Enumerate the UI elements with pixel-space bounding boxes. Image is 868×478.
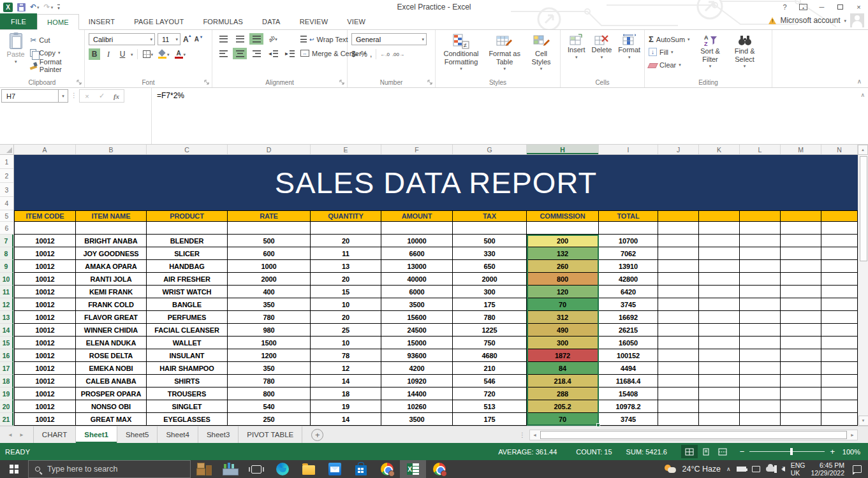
cell-empty-r14[interactable]	[658, 324, 699, 337]
minimize-button[interactable]: ─	[813, 1, 831, 14]
cell-total-r20[interactable]: 10978.2	[599, 400, 658, 413]
file-explorer-button[interactable]	[295, 460, 321, 478]
cell-empty-r6[interactable]	[658, 222, 699, 235]
cell-empty-r6[interactable]	[14, 222, 76, 235]
cell-rate-r16[interactable]: 1200	[228, 349, 311, 362]
column-header-M[interactable]: M	[781, 145, 821, 154]
cell-item_name-r7[interactable]: BRIGHT ANABA	[76, 235, 147, 247]
cell-quantity-r21[interactable]: 14	[311, 413, 381, 426]
cell-commission-r19[interactable]: 288	[527, 387, 599, 400]
row-header-4[interactable]: 4	[0, 197, 13, 210]
cell-commission-r17[interactable]: 84	[527, 362, 599, 375]
cell-quantity-r16[interactable]: 78	[311, 349, 381, 362]
cell-amount-r13[interactable]: 15600	[381, 311, 453, 324]
cell-item_name-r18[interactable]: CALEB ANABA	[76, 375, 147, 387]
cell-amount-r14[interactable]: 24500	[381, 324, 453, 337]
conditional-formatting-button[interactable]: ≠ Conditional Formatting ▾	[439, 33, 483, 76]
number-format-select[interactable]: General▾	[351, 33, 427, 45]
cell-rate-r9[interactable]: 1000	[228, 260, 311, 273]
cell-empty-r10[interactable]	[781, 273, 821, 286]
zoom-percentage[interactable]: 100%	[841, 448, 868, 456]
cell-commission-r7[interactable]: 200	[527, 235, 599, 247]
cell-empty-r14[interactable]	[740, 324, 781, 337]
cell-commission-r21[interactable]: 70	[527, 413, 599, 426]
chrome-button[interactable]	[374, 460, 400, 478]
row-header-19[interactable]: 19	[0, 387, 13, 400]
name-box[interactable]	[1, 89, 59, 103]
cell-empty-r15[interactable]	[699, 337, 740, 349]
cell-empty-r8[interactable]	[699, 247, 740, 260]
cell-rate-r7[interactable]: 500	[228, 235, 311, 247]
cell-empty-r8[interactable]	[781, 247, 821, 260]
cell-rate-r20[interactable]: 540	[228, 400, 311, 413]
cell-quantity-r9[interactable]: 13	[311, 260, 381, 273]
column-header-C[interactable]: C	[147, 145, 228, 154]
cell-commission-r18[interactable]: 218.4	[527, 375, 599, 387]
cell-amount-r16[interactable]: 93600	[381, 349, 453, 362]
zoom-slider-thumb[interactable]	[790, 448, 793, 455]
cell-empty-r18[interactable]	[699, 375, 740, 387]
ribbon-display-options-button[interactable]: ▴	[794, 1, 813, 14]
cell-empty-r6[interactable]	[311, 222, 381, 235]
cell-empty-r19[interactable]	[781, 387, 821, 400]
cell-empty-r10[interactable]	[699, 273, 740, 286]
cell-total-r14[interactable]: 26215	[599, 324, 658, 337]
mail-button[interactable]	[321, 460, 348, 478]
cell-empty-r20[interactable]	[658, 400, 699, 413]
cell-tax-r18[interactable]: 546	[453, 375, 527, 387]
cell-empty-r7[interactable]	[781, 235, 821, 247]
scroll-up-button[interactable]: ▲	[858, 145, 868, 155]
collapse-ribbon-button[interactable]: ∧	[857, 78, 862, 85]
borders-button[interactable]: ▾	[142, 48, 155, 60]
percent-style-button[interactable]: %	[360, 50, 367, 59]
column-header-J[interactable]: J	[658, 145, 699, 154]
cell-empty-r12[interactable]	[821, 298, 858, 311]
start-button[interactable]	[0, 460, 28, 478]
cell-total-r19[interactable]: 15408	[599, 387, 658, 400]
sheet-tab-pivot-table[interactable]: PIVOT TABLE	[239, 426, 302, 443]
excel-logo-icon[interactable]: X	[3, 3, 13, 12]
cell-rate-r21[interactable]: 250	[228, 413, 311, 426]
cell-empty-r17[interactable]	[740, 362, 781, 375]
cell-amount-r15[interactable]: 15000	[381, 337, 453, 349]
cut-button[interactable]: ✂Cut	[30, 34, 80, 45]
cell-empty-r18[interactable]	[658, 375, 699, 387]
find-select-button[interactable]: Find & Select ▾	[728, 33, 761, 76]
cell-empty-r21[interactable]	[658, 413, 699, 426]
cell-quantity-r20[interactable]: 19	[311, 400, 381, 413]
weather-icon[interactable]	[665, 465, 676, 474]
cell-rate-r10[interactable]: 2000	[228, 273, 311, 286]
cell-empty-r20[interactable]	[821, 400, 858, 413]
cell-item_name-r17[interactable]: EMEKA NOBI	[76, 362, 147, 375]
cell-empty-r7[interactable]	[821, 235, 858, 247]
edge-button[interactable]	[269, 460, 295, 478]
cell-commission-r9[interactable]: 260	[527, 260, 599, 273]
cell-empty-r12[interactable]	[699, 298, 740, 311]
cell-quantity-r19[interactable]: 18	[311, 387, 381, 400]
cell-product-r15[interactable]: WALLET	[147, 337, 228, 349]
formula-bar-splitter[interactable]: ⋮	[68, 89, 79, 99]
sheet-tab-chart[interactable]: CHART	[34, 426, 76, 443]
cell-product-r17[interactable]: HAIR SHAMPOO	[147, 362, 228, 375]
row-header-6[interactable]: 6	[0, 222, 13, 235]
cell-empty-r10[interactable]	[658, 273, 699, 286]
cell-total-r17[interactable]: 4494	[599, 362, 658, 375]
new-sheet-button[interactable]: +	[311, 429, 323, 441]
cell-empty-r6[interactable]	[699, 222, 740, 235]
cell-commission-r14[interactable]: 490	[527, 324, 599, 337]
tray-expand-chevron[interactable]: ∧	[726, 466, 731, 472]
cell-empty-r18[interactable]	[781, 375, 821, 387]
cell-total-r11[interactable]: 6420	[599, 286, 658, 298]
cell-total-r9[interactable]: 13910	[599, 260, 658, 273]
cell-item_code-r15[interactable]: 10012	[14, 337, 76, 349]
font-size-select[interactable]: 11▾	[158, 33, 180, 45]
cell-amount-r20[interactable]: 10260	[381, 400, 453, 413]
ribbon-tab-home[interactable]: HOME	[37, 14, 79, 30]
cell-product-r18[interactable]: SHIRTS	[147, 375, 228, 387]
scroll-right-button[interactable]: ►	[848, 430, 857, 440]
cell-amount-r18[interactable]: 10920	[381, 375, 453, 387]
cell-empty-r12[interactable]	[781, 298, 821, 311]
cell-empty-r6[interactable]	[527, 222, 599, 235]
cell-rate-r18[interactable]: 780	[228, 375, 311, 387]
tab-bar-splitter[interactable]: ⋮	[519, 431, 529, 438]
